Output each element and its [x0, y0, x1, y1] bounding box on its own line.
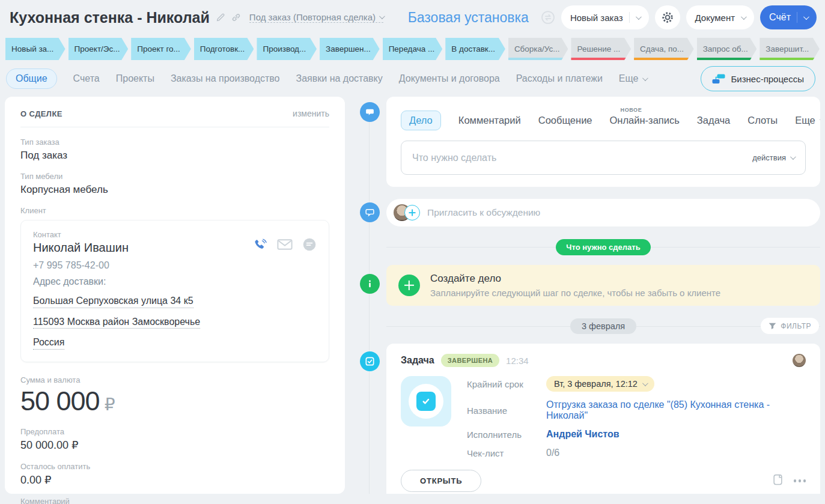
chevron-down-icon: [820, 117, 820, 123]
new-order-button[interactable]: Новый заказ: [561, 5, 649, 29]
tab-expenses[interactable]: Расходы и платежи: [516, 73, 603, 84]
clipboard-check-icon: [416, 392, 436, 411]
assignee-label: Исполнитель: [467, 430, 546, 440]
assignee-link[interactable]: Андрей Чистов: [546, 429, 806, 440]
amount-value: 50 000₽: [20, 386, 329, 417]
phone-call-icon[interactable]: [254, 238, 267, 254]
tab-documents[interactable]: Документы и договора: [399, 73, 500, 84]
stage-label: Проект/Эс...: [75, 44, 120, 53]
tab-more[interactable]: Еще: [619, 73, 647, 84]
stage-label: Завершен...: [326, 44, 371, 53]
stage-item[interactable]: Передача ...: [383, 38, 443, 60]
checklist-label: Чек-лист: [467, 448, 546, 458]
remaining-value: 0.00 ₽: [20, 473, 329, 487]
address-line-link[interactable]: Россия: [33, 336, 64, 350]
history-swap-icon[interactable]: [541, 10, 555, 25]
address-line-link[interactable]: 115093 Москва район Замоскворечье: [33, 315, 200, 329]
contact-name[interactable]: Николай Ивашин: [33, 241, 129, 255]
chevron-down-icon: [642, 380, 648, 386]
address-label: Адрес доставки:: [33, 276, 317, 287]
activity-chat-icon: [360, 102, 380, 122]
filter-button[interactable]: ФИЛЬТР: [761, 318, 819, 334]
stage-color-marker: [571, 58, 631, 60]
composer-tab-online-booking[interactable]: НОВОЕ Онлайн-запись: [610, 115, 680, 126]
email-icon[interactable]: [277, 239, 293, 252]
actions-label: действия: [752, 153, 786, 162]
header-actions: Базовая установка Новый заказ Документ С…: [408, 5, 817, 29]
add-activity-icon[interactable]: [398, 275, 420, 296]
invoice-button[interactable]: Счёт: [760, 5, 817, 29]
task-entry-row: Задача ЗАВЕРШЕНА 12:34: [353, 344, 820, 494]
stage-item[interactable]: Сдача, по...: [634, 38, 694, 60]
page-title: Кухонная стенка - Николай: [10, 9, 210, 26]
composer-tab-more[interactable]: Еще: [795, 115, 820, 126]
composer-tab-activity[interactable]: Дело: [401, 111, 441, 130]
contact-phone[interactable]: +7 995 785-42-00: [33, 260, 317, 271]
tab-projects[interactable]: Проекты: [116, 73, 154, 84]
chat-icon[interactable]: [302, 237, 317, 254]
add-participant-icon[interactable]: [404, 205, 420, 220]
more-actions-icon[interactable]: [794, 479, 806, 482]
new-badge: НОВОЕ: [621, 107, 642, 113]
stage-item[interactable]: Новый за...: [5, 38, 65, 60]
order-type-label: Тип заказа: [20, 138, 329, 147]
stage-item[interactable]: Запрос об...: [697, 38, 757, 60]
divider: [20, 127, 329, 127]
composer-tab-label: Онлайн-запись: [610, 115, 680, 126]
contact-label: Контакт: [33, 230, 129, 239]
chevron-down-icon: [635, 14, 641, 20]
open-task-button[interactable]: ОТКРЫТЬ: [401, 470, 481, 492]
tab-general[interactable]: Общие: [6, 68, 57, 89]
amount-number: 50 000: [20, 386, 100, 416]
document-button[interactable]: Документ: [686, 5, 755, 29]
todo-input[interactable]: [412, 153, 752, 163]
furniture-type-label: Тип мебели: [20, 172, 329, 181]
edit-deal-link[interactable]: изменить: [293, 109, 329, 118]
task-name-label: Название: [467, 405, 546, 416]
chevron-down-icon: [379, 13, 385, 19]
actions-dropdown[interactable]: действия: [752, 153, 794, 162]
tab-production-orders[interactable]: Заказы на производство: [171, 73, 280, 84]
stage-item[interactable]: Завершит...: [760, 38, 820, 60]
stage-item[interactable]: Производ...: [257, 38, 317, 60]
stage-label: Проект го...: [137, 44, 180, 53]
pin-note-icon[interactable]: [773, 474, 783, 488]
stage-item[interactable]: Сборка/Ус...: [508, 38, 568, 60]
stage-item[interactable]: Проект го...: [131, 38, 191, 60]
stage-item[interactable]: Подготовк...: [194, 38, 254, 60]
avatar[interactable]: [793, 354, 806, 367]
stage-item[interactable]: Решение ...: [571, 38, 631, 60]
composer-tab-message[interactable]: Сообщение: [538, 115, 592, 126]
tab-delivery-requests[interactable]: Заявки на доставку: [296, 73, 383, 84]
invite-input[interactable]: [427, 207, 813, 218]
deal-page: Кухонная стенка - Николай Под заказ (Пов…: [0, 0, 825, 504]
header: Кухонная стенка - Николай Под заказ (Пов…: [0, 0, 825, 35]
tab-invoices[interactable]: Счета: [73, 73, 100, 84]
deadline-value[interactable]: Вт, 3 февраля, 12:12: [546, 376, 654, 392]
remaining-label: Осталось оплатить: [20, 462, 329, 471]
funnel-selector[interactable]: Базовая установка: [408, 10, 529, 26]
stage-status-badge: Что нужно сделать: [556, 239, 650, 255]
stage-item[interactable]: Проект/Эс...: [68, 38, 129, 60]
order-type-value: Под заказ: [20, 150, 329, 162]
task-name-link[interactable]: Отгрузка заказа по сделке "(85) Кухонная…: [546, 399, 806, 421]
furniture-type-value: Корпусная мебель: [20, 184, 329, 196]
stage-badge-row: Что нужно сделать: [353, 239, 820, 255]
copy-link-icon[interactable]: [231, 13, 241, 22]
composer-card: Дело Комментарий Сообщение НОВОЕ Онлайн-…: [386, 97, 820, 187]
stage-item[interactable]: Завершен...: [320, 38, 380, 60]
composer-tab-comment[interactable]: Комментарий: [458, 115, 521, 126]
composer-tab-slots[interactable]: Слоты: [747, 115, 778, 126]
invoice-label: Счёт: [769, 12, 791, 23]
settings-gear-button[interactable]: [655, 5, 680, 29]
prepayment-value: 50 000.00 ₽: [20, 439, 329, 452]
invite-row: [353, 199, 820, 226]
edit-title-icon[interactable]: [216, 13, 225, 22]
business-processes-button[interactable]: Бизнес-процессы: [701, 66, 815, 91]
stage-label: Сдача, по...: [640, 44, 684, 53]
address-line-link[interactable]: Большая Серпуховская улица 34 к5: [33, 294, 193, 308]
stage-item[interactable]: В доставк...: [445, 38, 505, 60]
stage-label: Подготовк...: [200, 44, 245, 53]
composer-tab-task[interactable]: Задача: [697, 115, 730, 126]
deal-type-selector[interactable]: Под заказ (Повторная сделка): [249, 12, 383, 23]
